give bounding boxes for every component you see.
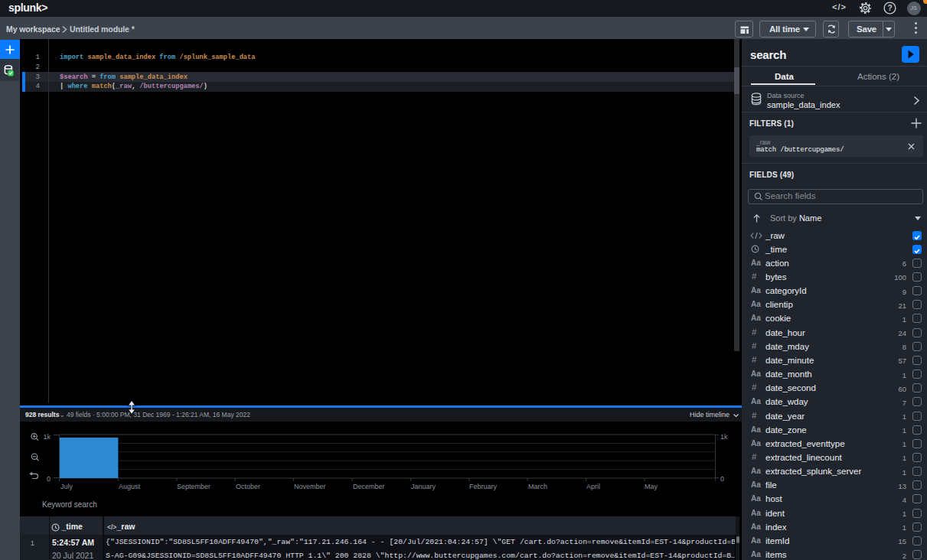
svg-text:December: December [353,483,385,490]
svg-text:April: April [586,483,600,490]
svg-text:February: February [469,483,498,490]
svg-text:May: May [645,483,658,490]
svg-text:March: March [528,483,547,490]
svg-text:September: September [177,483,211,490]
svg-text:January: January [411,483,436,490]
svg-text:July: July [60,483,73,490]
svg-text:0: 0 [47,475,51,483]
svg-text:October: October [236,483,260,490]
svg-text:November: November [294,483,326,490]
svg-text:1k: 1k [43,433,51,441]
svg-text:?: ? [887,4,892,12]
svg-text:August: August [119,483,141,490]
svg-text:1k: 1k [720,433,728,441]
svg-text:0: 0 [720,475,724,483]
